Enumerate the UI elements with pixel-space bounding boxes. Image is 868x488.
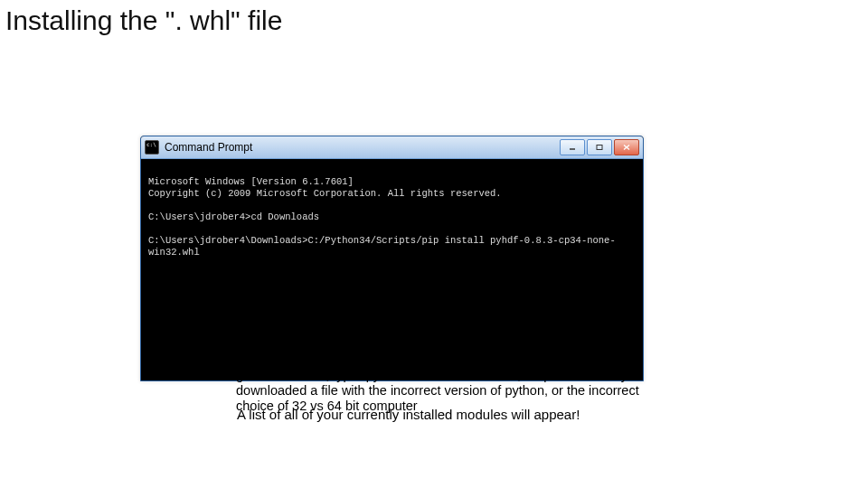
overlay-text-1: Navigate Open to your Command "Downloads…	[263, 297, 618, 313]
maximize-button[interactable]	[587, 139, 612, 155]
cmd-icon	[145, 140, 159, 155]
minimize-icon	[568, 144, 577, 151]
maximize-icon	[595, 144, 604, 151]
footnote: A list of all of your currently installe…	[237, 407, 689, 422]
page-title: Installing the ". whl" file	[5, 5, 282, 36]
close-button[interactable]	[614, 139, 639, 155]
svg-rect-1	[597, 145, 602, 150]
overlay-text-2: Install To Then, check the you ". whl" w…	[236, 322, 643, 414]
close-icon	[622, 144, 631, 151]
terminal-line: Copyright (c) 2009 Microsoft Corporation…	[148, 188, 502, 199]
terminal-line: C:\Users\jdrober4\Downloads>C:/Python34/…	[148, 235, 616, 258]
window-titlebar: Command Prompt	[141, 136, 643, 159]
window-title: Command Prompt	[165, 141, 252, 154]
terminal-body: Microsoft Windows [Version 6.1.7601] Cop…	[141, 159, 643, 276]
minimize-button[interactable]	[560, 139, 585, 155]
terminal-line: Microsoft Windows [Version 6.1.7601]	[148, 176, 354, 187]
terminal-line: C:\Users\jdrober4>cd Downloads	[148, 211, 319, 222]
